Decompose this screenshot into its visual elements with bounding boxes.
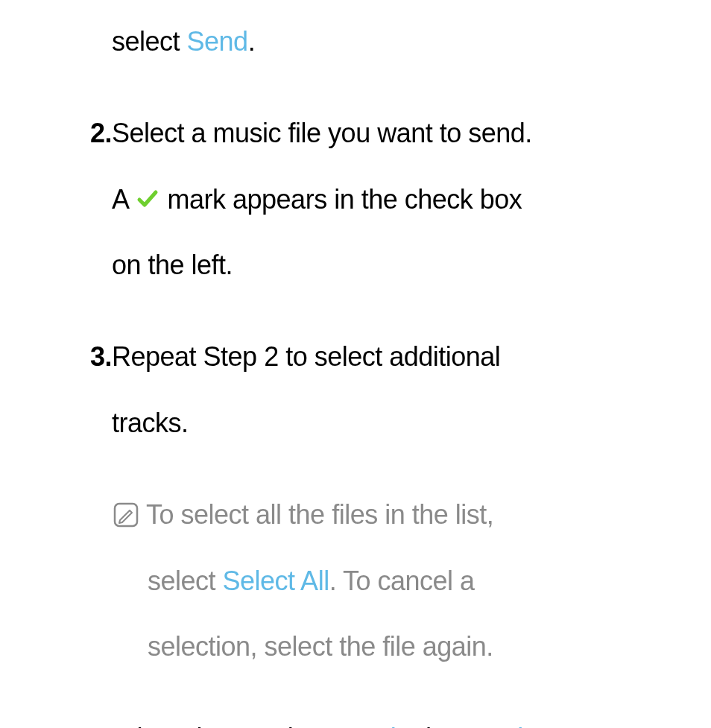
step3-line2: tracks. [22, 393, 689, 455]
spacer [22, 301, 689, 326]
note-line2-pre: select [148, 566, 223, 596]
step4-text-a-mid: . The [396, 723, 461, 728]
send-link-3[interactable]: Send [462, 723, 523, 728]
note-line2: select Select All. To cancel a [22, 551, 689, 613]
send-link-2[interactable]: Send [335, 723, 396, 728]
note-text-1: To select all the files in the list, [146, 499, 493, 530]
step4-text-a-pre: When done, select [112, 723, 335, 728]
step2-text-c: on the left. [112, 250, 233, 280]
select-all-link[interactable]: Select All [223, 566, 329, 596]
note-icon [113, 502, 139, 528]
spacer [22, 459, 689, 484]
step1-text: select [112, 26, 187, 57]
step4-line1: 4.When done, select Send. The Send [22, 708, 689, 728]
step4-number: 4. [76, 708, 112, 728]
note-text-3: selection, select the file again. [148, 631, 493, 662]
step3-line1: 3.Repeat Step 2 to select additional [22, 326, 689, 388]
step1-trailing-line: select Send. [22, 11, 689, 73]
step3-text-a: Repeat Step 2 to select additional [112, 341, 500, 372]
step3-text-b: tracks. [112, 408, 189, 438]
step1-period: . [248, 26, 256, 57]
step3-number: 3. [76, 326, 112, 388]
instruction-page: select Send. 2.Select a music file you w… [0, 0, 711, 728]
spacer [22, 683, 689, 708]
send-link-1[interactable]: Send [187, 26, 248, 57]
step2-text-a: Select a music file you want to send. [112, 118, 532, 148]
checkmark-icon [136, 188, 159, 210]
note-line2-post: . To cancel a [329, 566, 475, 596]
step2-line2: A mark appears in the check box [22, 169, 689, 231]
step2-line1: 2.Select a music file you want to send. [22, 103, 689, 165]
step2-number: 2. [76, 103, 112, 165]
spacer [22, 77, 689, 103]
step2-text-b-post: mark appears in the check box [160, 184, 522, 215]
step2-text-b-pre: A [112, 184, 135, 215]
note-line3: selection, select the file again. [22, 616, 689, 678]
note-line1: To select all the files in the list, [22, 484, 689, 546]
step2-line3: on the left. [22, 235, 689, 297]
